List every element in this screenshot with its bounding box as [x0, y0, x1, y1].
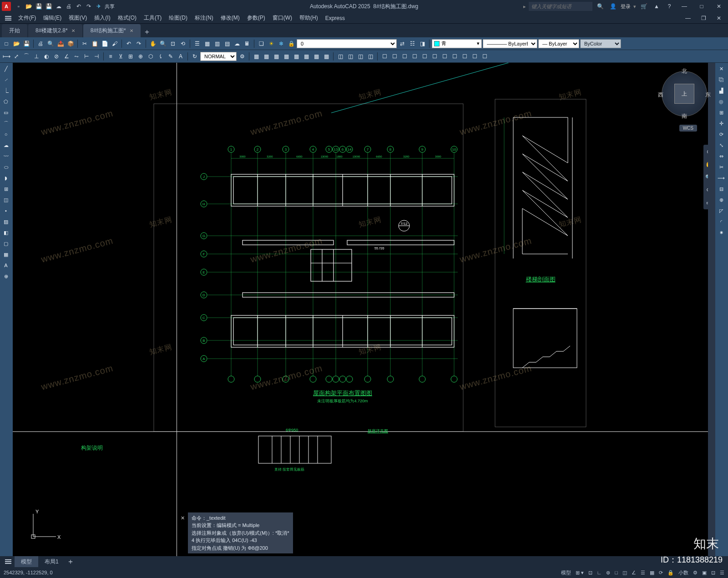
dim-linear-icon[interactable]: ⟼	[2, 52, 11, 61]
tolerance-icon[interactable]: ⊞	[126, 52, 135, 61]
center-icon[interactable]: ⊕	[136, 52, 145, 61]
menu-window[interactable]: 窗口(W)	[269, 13, 296, 24]
dimedit-icon[interactable]: ✎	[166, 52, 175, 61]
status-osnap-icon[interactable]: □	[615, 570, 618, 575]
tab-close-icon[interactable]: ✕	[71, 28, 75, 33]
circle-icon[interactable]: ○	[1, 129, 11, 139]
dim-break-icon[interactable]: ⊻	[116, 52, 125, 61]
props-icon[interactable]: ☰	[192, 39, 202, 48]
zoomprev-icon[interactable]: ⟲	[178, 39, 187, 48]
zoomwin-icon[interactable]: ⊡	[168, 39, 177, 48]
ref11-icon[interactable]: ☐	[480, 52, 489, 61]
status-cycle-icon[interactable]: ⟳	[659, 570, 663, 576]
chamfer-icon[interactable]: ◸	[716, 206, 726, 216]
arr5-icon[interactable]: ▦	[292, 52, 301, 61]
login-label[interactable]: 登录	[621, 3, 631, 10]
search-input[interactable]	[529, 2, 592, 11]
block-icon[interactable]: ◫	[1, 195, 11, 205]
qat-open-icon[interactable]: 📂	[25, 2, 33, 10]
qat-undo-icon[interactable]: ↶	[75, 2, 83, 10]
share-label[interactable]: 共享	[105, 3, 115, 10]
help-icon[interactable]: ?	[665, 2, 673, 10]
arc-icon[interactable]: ⌒	[1, 118, 11, 128]
stretch-icon[interactable]: ⇔	[716, 151, 726, 161]
ucs-icon[interactable]: Y X	[26, 507, 63, 544]
addsel-icon[interactable]: ⊕	[1, 271, 11, 281]
minimize-button[interactable]: ―	[677, 1, 692, 12]
menu-edit[interactable]: 编辑(E)	[40, 13, 65, 24]
status-max-icon[interactable]: ▣	[702, 570, 707, 576]
pan-icon[interactable]: ✋	[148, 39, 157, 48]
table-icon[interactable]: ▦	[1, 249, 11, 259]
copy-icon[interactable]: 📋	[90, 39, 99, 48]
mirror-icon[interactable]: ▟	[716, 86, 726, 96]
qat-saveas-icon[interactable]: 💾	[45, 2, 53, 10]
dim-quick-icon[interactable]: ⥊	[72, 52, 81, 61]
status-trans-icon[interactable]: ▦	[650, 570, 654, 576]
ref3-icon[interactable]: ☐	[400, 52, 409, 61]
status-ortho-icon[interactable]: ∟	[597, 570, 602, 575]
qat-plot-icon[interactable]: 🖨	[65, 2, 73, 10]
doc-tab-start[interactable]: 开始	[2, 24, 27, 37]
menu-format[interactable]: 格式(O)	[114, 13, 140, 24]
xline-icon[interactable]: ⟋	[1, 75, 11, 85]
dim-arc-icon[interactable]: ⌒	[22, 52, 31, 61]
ref4-icon[interactable]: ☐	[410, 52, 419, 61]
cmdline-close-icon[interactable]: ✕	[181, 514, 185, 522]
maximize-button[interactable]: □	[694, 1, 709, 12]
menu-file[interactable]: 文件(F)	[15, 13, 40, 24]
menu-modify[interactable]: 修改(M)	[217, 13, 243, 24]
dim-rad-icon[interactable]: ◐	[42, 52, 51, 61]
app-icon[interactable]: A	[2, 2, 11, 11]
save-icon[interactable]: 💾	[22, 39, 31, 48]
rect-icon[interactable]: ▭	[1, 107, 11, 117]
layout-add-button[interactable]: ＋	[65, 556, 76, 567]
ref6-icon[interactable]: ☐	[430, 52, 439, 61]
ssm-icon[interactable]: ▤	[222, 39, 232, 48]
status-clean-icon[interactable]: ⊡	[711, 570, 715, 576]
preview-icon[interactable]: 🔍	[46, 39, 55, 48]
arr3-icon[interactable]: ▦	[272, 52, 281, 61]
vp3-icon[interactable]: ◫	[356, 52, 365, 61]
break-icon[interactable]: ⊟	[716, 184, 726, 194]
lineweight-dropdown[interactable]: — ByLayer	[538, 39, 579, 48]
linetype-dropdown[interactable]: ———— ByLayerByLayer	[483, 39, 537, 48]
menu-express[interactable]: Express	[322, 13, 349, 24]
arr4-icon[interactable]: ▦	[282, 52, 291, 61]
undo2-icon[interactable]: ↶	[124, 39, 133, 48]
region-icon[interactable]: ▢	[1, 238, 11, 248]
cut-icon[interactable]: ✂	[80, 39, 89, 48]
user-icon[interactable]: 👤	[609, 2, 617, 10]
ref10-icon[interactable]: ☐	[470, 52, 479, 61]
layer-dropdown[interactable]: 0	[297, 39, 397, 48]
rotate-icon[interactable]: ⟳	[716, 129, 726, 139]
doc-close-button[interactable]: ✕	[712, 13, 726, 24]
new-icon[interactable]: □	[2, 39, 11, 48]
status-scale-label[interactable]: 小数	[678, 569, 688, 576]
join-icon[interactable]: ⊕	[716, 195, 726, 205]
app-menu-button[interactable]	[2, 14, 15, 23]
layer-freeze-icon[interactable]: ❄	[277, 39, 286, 48]
doc-restore-button[interactable]: ❐	[696, 13, 711, 24]
inspect-icon[interactable]: ⬡	[146, 52, 155, 61]
ref9-icon[interactable]: ☐	[460, 52, 469, 61]
dimupdate-icon[interactable]: ↻	[190, 52, 199, 61]
paste-icon[interactable]: 📄	[100, 39, 109, 48]
redo2-icon[interactable]: ↷	[134, 39, 143, 48]
status-model[interactable]: 模型	[561, 569, 571, 576]
polygon-icon[interactable]: ⬠	[1, 96, 11, 106]
vp4-icon[interactable]: ◫	[366, 52, 375, 61]
dimtedit-icon[interactable]: A	[176, 52, 185, 61]
erase-icon[interactable]: ✕	[716, 64, 726, 74]
qat-new-icon[interactable]: ▫	[15, 2, 23, 10]
ref1-icon[interactable]: ☐	[380, 52, 389, 61]
search-icon[interactable]: 🔍	[596, 2, 604, 10]
dim-dia-icon[interactable]: ⊘	[52, 52, 61, 61]
arr6-icon[interactable]: ▦	[302, 52, 311, 61]
dim-space-icon[interactable]: ≡	[106, 52, 115, 61]
color-dropdown[interactable]: 青▾	[432, 39, 482, 48]
doc-tab-1[interactable]: 8#楼建筑2.8*✕	[28, 24, 82, 37]
arr8-icon[interactable]: ▦	[322, 52, 331, 61]
gradient-icon[interactable]: ◧	[1, 228, 11, 238]
dim-ang-icon[interactable]: ∠	[62, 52, 71, 61]
